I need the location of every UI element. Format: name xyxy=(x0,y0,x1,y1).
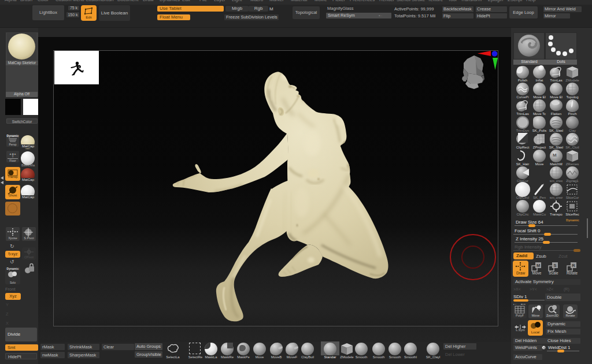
svg-text:R: R xyxy=(572,263,575,268)
svg-text:M: M xyxy=(536,263,540,268)
svg-text:S: S xyxy=(553,263,556,268)
